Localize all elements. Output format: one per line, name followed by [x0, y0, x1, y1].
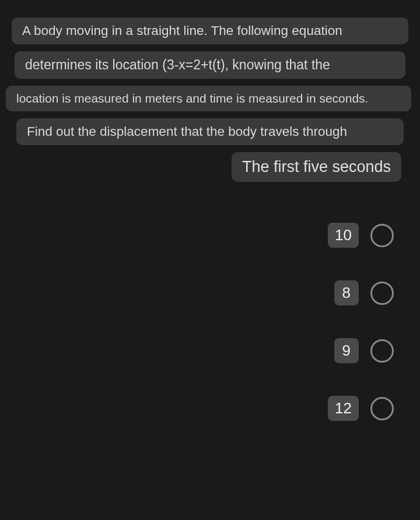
- radio-circle-1[interactable]: [370, 224, 394, 247]
- radio-circle-3[interactable]: [370, 339, 394, 363]
- question-line-5: The first five seconds: [232, 152, 401, 182]
- question-container: A body moving in a straight line. The fo…: [6, 17, 414, 182]
- option-label-2: 8: [334, 280, 359, 305]
- option-label-3: 9: [334, 338, 359, 363]
- question-line-1: A body moving in a straight line. The fo…: [12, 17, 408, 44]
- option-row-1[interactable]: 10: [328, 223, 394, 248]
- option-label-4: 12: [328, 396, 359, 421]
- radio-circle-4[interactable]: [370, 397, 394, 420]
- question-line-4: Find out the displacement that the body …: [16, 118, 404, 145]
- question-line-2: determines its location (3-x=2+t(t), kno…: [15, 51, 405, 79]
- radio-circle-2[interactable]: [370, 282, 394, 305]
- option-row-2[interactable]: 8: [334, 280, 394, 305]
- option-label-1: 10: [328, 223, 359, 248]
- options-container: 10 8 9 12: [6, 223, 414, 421]
- option-row-4[interactable]: 12: [328, 396, 394, 421]
- option-row-3[interactable]: 9: [334, 338, 394, 363]
- question-line-3: location is measured in meters and time …: [6, 86, 411, 111]
